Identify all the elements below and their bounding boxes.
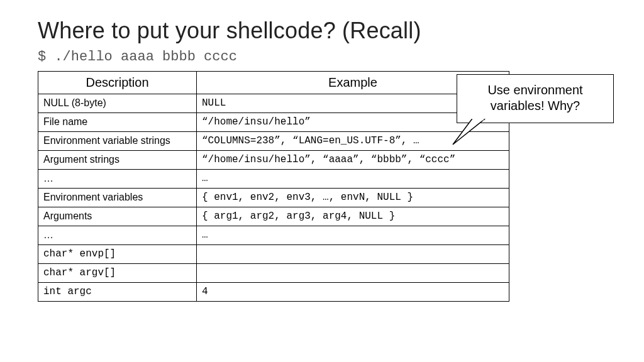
header-description: Description	[38, 72, 197, 94]
memory-layout-table: Description Example NULL (8-byte) NULL F…	[38, 71, 509, 302]
cell-desc: File name	[38, 113, 197, 132]
cell-desc: Arguments	[38, 207, 197, 226]
cell-desc: Argument strings	[38, 151, 197, 170]
svg-marker-0	[453, 119, 484, 145]
table-row: … …	[38, 170, 509, 189]
table-header-row: Description Example	[38, 72, 509, 94]
cell-example: …	[197, 226, 509, 245]
table-row: File name “/home/insu/hello”	[38, 113, 509, 132]
callout-line1: Use environment	[487, 83, 582, 97]
cell-desc: …	[38, 170, 197, 189]
command-line: $ ./hello aaaa bbbb cccc	[38, 49, 606, 65]
cell-example: { env1, env2, env3, …, envN, NULL }	[197, 189, 509, 207]
cell-example	[197, 264, 509, 283]
cell-example	[197, 245, 509, 264]
cell-desc: …	[38, 226, 197, 245]
cell-desc: char* argv[]	[38, 264, 197, 283]
callout-tail-icon	[453, 119, 491, 151]
slide: Where to put your shellcode? (Recall) $ …	[0, 0, 644, 362]
table-row: Environment variable strings “COLUMNS=23…	[38, 132, 509, 151]
table-row: char* argv[]	[38, 264, 509, 283]
table-row: int argc 4	[38, 283, 509, 302]
callout-line2: variables! Why?	[491, 99, 580, 112]
table-row: … …	[38, 226, 509, 245]
callout-box: Use environment variables! Why?	[457, 74, 614, 123]
cell-desc: Environment variables	[38, 189, 197, 207]
page-title: Where to put your shellcode? (Recall)	[38, 18, 606, 44]
cell-desc: Environment variable strings	[38, 132, 197, 151]
cell-desc: int argc	[38, 283, 197, 302]
table-row: Argument strings “/home/insu/hello”, “aa…	[38, 151, 509, 170]
cell-desc: char* envp[]	[38, 245, 197, 264]
cell-desc: NULL (8-byte)	[38, 94, 197, 113]
cell-example: …	[197, 170, 509, 189]
table-row: Arguments { arg1, arg2, arg3, arg4, NULL…	[38, 207, 509, 226]
cell-example: “/home/insu/hello”, “aaaa”, “bbbb”, “ccc…	[197, 151, 509, 170]
table-row: char* envp[]	[38, 245, 509, 264]
callout: Use environment variables! Why?	[457, 74, 614, 123]
cell-example: { arg1, arg2, arg3, arg4, NULL }	[197, 207, 509, 226]
table-row: Environment variables { env1, env2, env3…	[38, 189, 509, 207]
table-row: NULL (8-byte) NULL	[38, 94, 509, 113]
cell-example: 4	[197, 283, 509, 302]
